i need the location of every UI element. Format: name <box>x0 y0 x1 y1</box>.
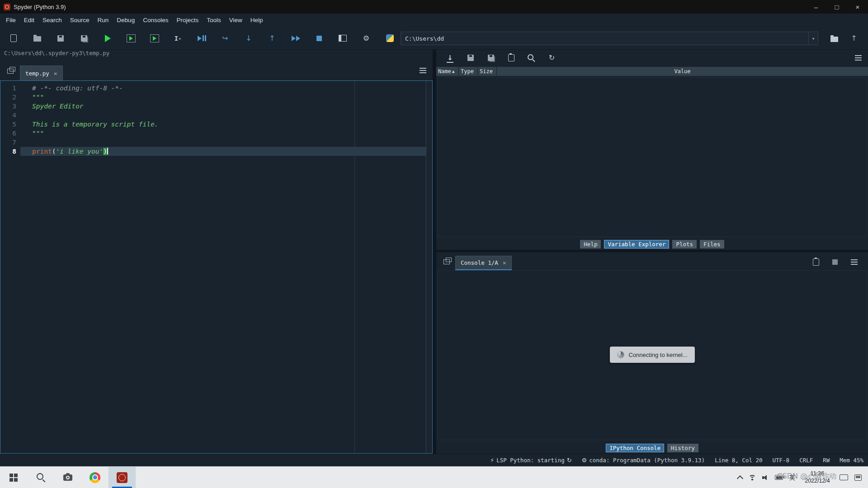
working-directory-combo[interactable]: C:\Users\dd ▾ <box>401 32 818 45</box>
maximize-button[interactable]: □ <box>826 0 847 14</box>
menu-file[interactable]: File <box>2 14 20 27</box>
column-header-name[interactable]: Name▲ <box>436 67 459 76</box>
column-header-size[interactable]: Size <box>478 67 497 76</box>
refresh-variables-button[interactable]: ↻ <box>542 51 562 65</box>
notification-center-icon[interactable] <box>854 474 862 481</box>
spyder-app-button[interactable] <box>108 467 136 488</box>
step-into-button[interactable]: ↓ <box>237 29 260 48</box>
save-data-button[interactable] <box>460 51 481 65</box>
code-line[interactable] <box>20 111 426 120</box>
code-line[interactable] <box>20 138 426 147</box>
tab-temp-py[interactable]: temp.py × <box>20 66 63 80</box>
windows-taskbar: 英 11:36 2022/12/4 <box>0 466 868 488</box>
menu-source[interactable]: Source <box>66 14 94 27</box>
continue-button[interactable] <box>284 29 307 48</box>
network-icon[interactable] <box>749 475 756 480</box>
start-button[interactable] <box>0 467 27 488</box>
console-environments-button[interactable] <box>807 256 826 268</box>
menu-view[interactable]: View <box>225 14 246 27</box>
window-controls: – □ × <box>806 0 868 14</box>
run-button[interactable] <box>96 29 119 48</box>
volume-icon[interactable] <box>762 475 769 480</box>
console-options-button[interactable] <box>844 256 863 268</box>
working-directory-value: C:\Users\dd <box>401 35 808 42</box>
run-cell-button[interactable] <box>119 29 143 48</box>
code-line[interactable]: """ <box>20 93 426 102</box>
line-number: 5 <box>0 120 20 129</box>
save-all-button[interactable] <box>72 29 96 48</box>
tray-expand-icon[interactable] <box>737 475 743 481</box>
menu-projects[interactable]: Projects <box>172 14 203 27</box>
menu-edit[interactable]: Edit <box>20 14 38 27</box>
new-file-button[interactable] <box>2 29 25 48</box>
step-over-button[interactable]: ↪ <box>213 29 237 48</box>
pane-tab-ipython-console[interactable]: IPython Console <box>606 444 664 452</box>
variable-explorer-pane: ↓↻ Name▲TypeSizeValue HelpVariable Explo… <box>436 50 868 250</box>
run-icon <box>105 35 111 42</box>
stop-debug-button[interactable] <box>307 29 331 48</box>
browse-tabs-button[interactable] <box>4 64 17 78</box>
variable-table-body[interactable] <box>437 77 867 237</box>
close-button[interactable]: × <box>847 0 868 14</box>
editor-scrollbar[interactable] <box>426 81 432 453</box>
encoding-status-text: UTF-8 <box>773 457 790 464</box>
close-tab-icon[interactable]: × <box>54 70 57 77</box>
save-data-as-button[interactable] <box>481 51 501 65</box>
import-data-button[interactable]: ↓ <box>440 51 460 65</box>
pane-tab-files[interactable]: Files <box>700 240 724 249</box>
close-tab-icon[interactable]: × <box>503 259 506 266</box>
code-editor[interactable]: 12345678 # -*- coding: utf-8 -*-"""Spyde… <box>0 80 433 454</box>
pane-tab-variable-explorer[interactable]: Variable Explorer <box>604 240 669 249</box>
remove-variables-button[interactable] <box>501 51 521 65</box>
search-variables-button[interactable] <box>521 51 542 65</box>
step-return-button[interactable]: ↑ <box>260 29 284 48</box>
search-button[interactable] <box>27 467 54 488</box>
pane-tab-help[interactable]: Help <box>580 240 601 249</box>
menu-consoles[interactable]: Consoles <box>139 14 172 27</box>
code-line[interactable]: print('i like you') <box>20 147 426 156</box>
debug-file-button[interactable] <box>190 29 213 48</box>
menu-search[interactable]: Search <box>38 14 66 27</box>
maximize-pane-button[interactable] <box>331 29 354 48</box>
variable-explorer-options-button[interactable] <box>855 54 862 62</box>
preferences-button[interactable]: ⚙ <box>354 29 378 48</box>
camera-app-button[interactable] <box>54 467 81 488</box>
console-body[interactable]: Connecting to kernel... <box>437 270 867 440</box>
menu-tools[interactable]: Tools <box>203 14 225 27</box>
pane-tab-plots[interactable]: Plots <box>672 240 697 249</box>
browse-console-tabs-button[interactable] <box>440 255 453 268</box>
open-file-button[interactable] <box>25 29 49 48</box>
tab-console-1a[interactable]: Console 1/A × <box>455 256 512 270</box>
refresh-variables-icon: ↻ <box>549 54 555 61</box>
hamburger-icon <box>855 55 862 56</box>
run-selection-button[interactable] <box>166 29 190 48</box>
browse-directory-button[interactable] <box>826 32 842 45</box>
menu-run[interactable]: Run <box>94 14 113 27</box>
chevron-down-icon[interactable]: ▾ <box>808 32 818 45</box>
interrupt-kernel-button[interactable] <box>826 256 844 268</box>
chrome-app-button[interactable] <box>81 467 108 488</box>
save-data-as-icon <box>488 55 494 61</box>
run-cell-advance-button[interactable] <box>143 29 166 48</box>
code-line[interactable]: """ <box>20 129 426 138</box>
code-line[interactable]: Spyder Editor <box>20 102 426 111</box>
menubar: FileEditSearchSourceRunDebugConsolesProj… <box>0 14 868 27</box>
code-area[interactable]: # -*- coding: utf-8 -*-"""Spyder EditorT… <box>20 81 426 453</box>
column-header-value[interactable]: Value <box>497 67 868 76</box>
code-token: print <box>32 148 52 155</box>
cursor-position: Line 8, Col 20 <box>715 457 762 464</box>
save-button[interactable] <box>49 29 72 48</box>
pane-tab-history[interactable]: History <box>667 444 698 452</box>
code-line[interactable]: # -*- coding: utf-8 -*- <box>20 84 426 93</box>
python-logo-button[interactable] <box>378 29 401 48</box>
menu-debug[interactable]: Debug <box>113 14 139 27</box>
editor-options-button[interactable] <box>420 67 426 75</box>
run-cell-advance-icon <box>150 34 159 42</box>
parent-directory-button[interactable]: ↑ <box>846 32 862 45</box>
right-top-pane-tabs: HelpVariable ExplorerPlotsFiles <box>436 240 868 249</box>
code-line[interactable]: This is a temporary script file. <box>20 120 426 129</box>
menu-help[interactable]: Help <box>246 14 267 27</box>
touch-keyboard-icon[interactable] <box>840 474 848 480</box>
column-header-type[interactable]: Type <box>459 67 478 76</box>
minimize-button[interactable]: – <box>806 0 826 14</box>
